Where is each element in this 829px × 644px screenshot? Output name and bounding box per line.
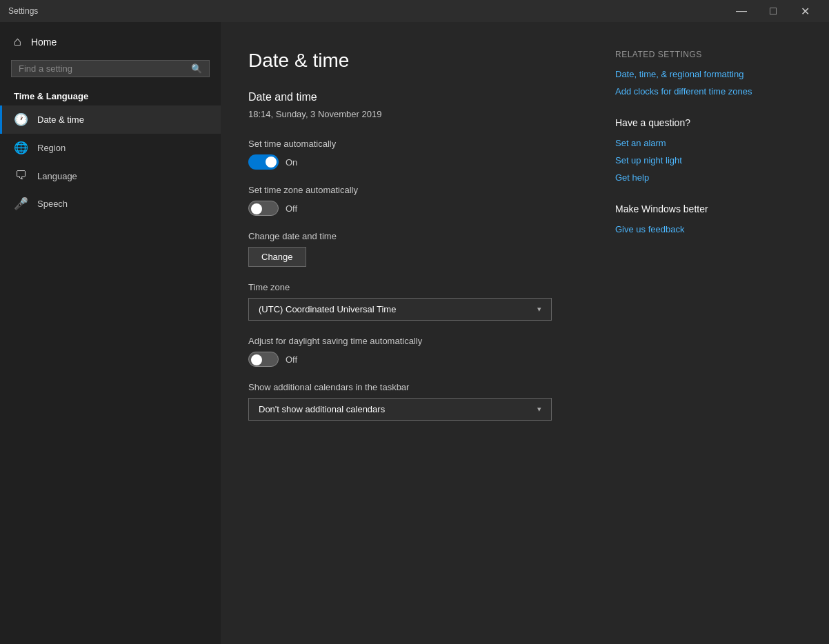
- link-add-clocks[interactable]: Add clocks for different time zones: [615, 86, 788, 97]
- set-time-toggle[interactable]: [248, 154, 279, 170]
- daylight-saving-row: Adjust for daylight saving time automati…: [248, 336, 574, 367]
- daylight-saving-toggle-row: Off: [248, 352, 574, 367]
- sidebar-item-label-language: Language: [37, 171, 77, 181]
- change-date-time-row: Change date and time Change: [248, 231, 574, 267]
- make-windows-better-heading: Make Windows better: [615, 203, 788, 214]
- change-button[interactable]: Change: [248, 247, 306, 267]
- sidebar-item-home[interactable]: ⌂ Home: [0, 28, 221, 56]
- search-bar[interactable]: 🔍: [11, 60, 210, 77]
- sidebar-item-region[interactable]: 🌐 Region: [0, 134, 221, 162]
- link-set-alarm[interactable]: Set an alarm: [615, 138, 788, 148]
- datetime-display: 18:14, Sunday, 3 November 2019: [248, 109, 574, 119]
- sidebar: ⌂ Home 🔍 Time & Language 🕐 Date & time 🌐…: [0, 22, 221, 644]
- date-time-icon: 🕐: [14, 112, 28, 127]
- window-controls: — □ ✕: [726, 0, 821, 22]
- related-settings-heading: Related settings: [615, 50, 788, 59]
- set-time-status: On: [286, 157, 297, 168]
- set-time-automatically-row: Set time automatically On: [248, 139, 574, 170]
- additional-calendars-label: Show additional calendars in the taskbar: [248, 382, 574, 392]
- have-a-question-section: Have a question? Set an alarm Set up nig…: [615, 117, 788, 183]
- home-icon: ⌂: [14, 34, 21, 49]
- sidebar-section-label: Time & Language: [0, 85, 221, 105]
- additional-calendars-dropdown[interactable]: Don't show additional calendars ▾: [248, 398, 552, 421]
- sidebar-item-label-date-time: Date & time: [37, 114, 84, 125]
- additional-calendars-row: Show additional calendars in the taskbar…: [248, 382, 574, 421]
- sidebar-item-speech[interactable]: 🎤 Speech: [0, 190, 221, 218]
- region-icon: 🌐: [14, 141, 28, 155]
- main-content: Date & time Date and time 18:14, Sunday,…: [221, 22, 829, 644]
- set-timezone-label: Set time zone automatically: [248, 185, 574, 195]
- search-icon: 🔍: [191, 63, 202, 74]
- sidebar-item-date-time[interactable]: 🕐 Date & time: [0, 105, 221, 134]
- daylight-saving-status: Off: [286, 354, 297, 365]
- maximize-button[interactable]: □: [757, 0, 789, 22]
- timezone-dropdown-arrow: ▾: [537, 305, 541, 314]
- app-title: Settings: [8, 6, 726, 16]
- language-icon: 🗨: [14, 169, 28, 183]
- link-night-light[interactable]: Set up night light: [615, 155, 788, 165]
- timezone-row: Time zone (UTC) Coordinated Universal Ti…: [248, 282, 574, 321]
- link-date-regional[interactable]: Date, time, & regional formatting: [615, 69, 788, 79]
- set-time-toggle-thumb: [266, 157, 277, 168]
- link-get-help[interactable]: Get help: [615, 172, 788, 183]
- daylight-saving-toggle-thumb: [251, 354, 262, 365]
- timezone-value: (UTC) Coordinated Universal Time: [259, 304, 396, 314]
- additional-calendars-dropdown-arrow: ▾: [537, 405, 541, 414]
- make-windows-better-section: Make Windows better Give us feedback: [615, 203, 788, 234]
- change-date-time-label: Change date and time: [248, 231, 574, 241]
- daylight-saving-label: Adjust for daylight saving time automati…: [248, 336, 574, 346]
- link-give-feedback[interactable]: Give us feedback: [615, 224, 788, 234]
- section-title: Date and time: [248, 91, 574, 103]
- home-label: Home: [31, 37, 57, 48]
- set-timezone-automatically-row: Set time zone automatically Off: [248, 185, 574, 216]
- sidebar-item-language[interactable]: 🗨 Language: [0, 162, 221, 190]
- timezone-label: Time zone: [248, 282, 574, 292]
- close-button[interactable]: ✕: [789, 0, 821, 22]
- sidebar-item-label-region: Region: [37, 143, 66, 153]
- timezone-dropdown[interactable]: (UTC) Coordinated Universal Time ▾: [248, 298, 552, 321]
- right-panel: Related settings Date, time, & regional …: [615, 50, 788, 616]
- set-time-toggle-row: On: [248, 154, 574, 170]
- set-timezone-status: Off: [286, 203, 297, 214]
- sidebar-item-label-speech: Speech: [37, 199, 68, 209]
- have-a-question-heading: Have a question?: [615, 117, 788, 128]
- minimize-button[interactable]: —: [726, 0, 757, 22]
- related-settings-section: Related settings Date, time, & regional …: [615, 50, 788, 97]
- set-timezone-toggle-row: Off: [248, 201, 574, 216]
- set-timezone-toggle-thumb: [251, 203, 262, 214]
- daylight-saving-toggle[interactable]: [248, 352, 279, 367]
- speech-icon: 🎤: [14, 197, 28, 211]
- search-input[interactable]: [19, 63, 191, 74]
- app-body: ⌂ Home 🔍 Time & Language 🕐 Date & time 🌐…: [0, 22, 829, 644]
- set-time-label: Set time automatically: [248, 139, 574, 149]
- title-bar: Settings — □ ✕: [0, 0, 829, 22]
- set-timezone-toggle[interactable]: [248, 201, 279, 216]
- content-area: Date & time Date and time 18:14, Sunday,…: [248, 50, 574, 616]
- page-title: Date & time: [248, 50, 574, 72]
- additional-calendars-value: Don't show additional calendars: [259, 404, 385, 414]
